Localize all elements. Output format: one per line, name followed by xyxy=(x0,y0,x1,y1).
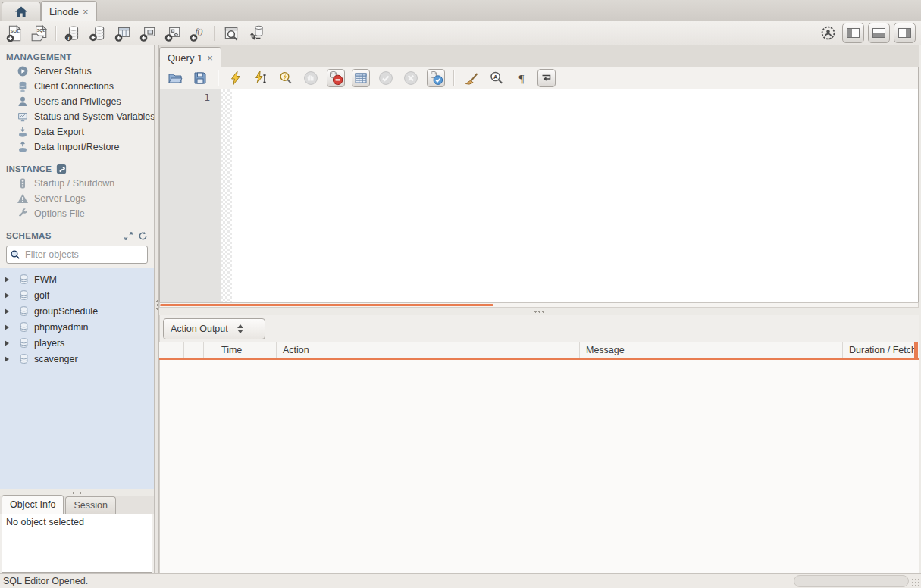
create-procedure-button[interactable] xyxy=(162,23,183,43)
schema-item-groupschedule[interactable]: groupSchedule xyxy=(0,303,154,319)
search-table-data-button[interactable] xyxy=(221,23,241,43)
toggle-invisible-characters-button[interactable]: ¶ xyxy=(512,69,531,87)
explain-plan-button[interactable] xyxy=(277,69,295,87)
column-status-icon[interactable] xyxy=(159,342,184,358)
schema-inspector-button[interactable]: i xyxy=(62,23,83,43)
export-icon xyxy=(17,126,29,138)
tab-object-info[interactable]: Object Info xyxy=(2,495,64,514)
tab-query-1[interactable]: Query 1 × xyxy=(159,47,221,67)
home-tab[interactable] xyxy=(2,2,41,21)
expander-icon[interactable] xyxy=(5,356,14,362)
expander-icon[interactable] xyxy=(5,292,14,299)
splitter-grip[interactable] xyxy=(71,491,83,495)
svg-text:¶: ¶ xyxy=(519,73,525,85)
splitter-grip[interactable] xyxy=(534,310,545,314)
launchpad-icon[interactable] xyxy=(818,23,838,43)
sidebar-item-status-system-variables[interactable]: Status and System Variables xyxy=(0,109,154,124)
schema-item-phpmyadmin[interactable]: phpmyadmin xyxy=(0,319,154,335)
create-schema-button[interactable] xyxy=(87,23,108,43)
object-info-text: No object selected xyxy=(6,517,84,527)
expander-icon[interactable] xyxy=(5,308,14,314)
svg-text:SQL: SQL xyxy=(36,28,45,33)
schema-item-fwm[interactable]: FWM xyxy=(0,271,154,287)
sidebar-item-data-export[interactable]: Data Export xyxy=(0,124,154,139)
main-toolbar: SQL SQL i f() xyxy=(0,21,921,45)
sidebar-item-data-import[interactable]: Data Import/Restore xyxy=(0,139,154,155)
find-button[interactable]: A xyxy=(487,69,506,87)
expander-icon[interactable] xyxy=(5,277,14,283)
open-sql-file-button[interactable] xyxy=(166,69,184,87)
output-vertical-scrollbar[interactable] xyxy=(914,342,918,360)
save-script-button[interactable] xyxy=(191,69,209,87)
rollback-button[interactable] xyxy=(402,69,420,87)
sidebar-item-users-privileges[interactable]: Users and Privileges xyxy=(0,94,154,109)
column-duration-fetch[interactable]: Duration / Fetch xyxy=(843,342,919,358)
sidebar-item-client-connections[interactable]: Client Connections xyxy=(0,79,154,94)
expand-schemas-icon[interactable] xyxy=(124,231,133,241)
limit-rows-button[interactable] xyxy=(352,69,370,87)
column-time[interactable]: Time xyxy=(204,342,277,358)
database-icon xyxy=(18,305,30,317)
sidebar-item-server-logs[interactable]: Server Logs xyxy=(0,191,154,206)
schema-tree: FWM golf groupSchedule phpmyadmin player xyxy=(0,268,154,489)
column-message[interactable]: Message xyxy=(580,342,843,358)
mysql-workbench-window: Linode × SQL SQL i f() xyxy=(0,0,921,588)
reconnect-dbms-button[interactable] xyxy=(246,23,266,43)
refresh-schemas-icon[interactable] xyxy=(138,231,148,241)
sidebar-item-startup-shutdown[interactable]: Startup / Shutdown xyxy=(0,176,154,191)
sql-text-area[interactable] xyxy=(232,89,918,302)
execute-script-button[interactable] xyxy=(227,69,245,87)
toolbar-separator xyxy=(55,26,56,41)
toggle-bottom-panel-button[interactable] xyxy=(868,23,890,43)
toggle-left-sidebar-button[interactable] xyxy=(842,23,864,43)
toggle-word-wrap-button[interactable] xyxy=(537,69,556,87)
spinner-icon xyxy=(237,324,243,333)
column-action[interactable]: Action xyxy=(277,342,580,358)
toggle-autocommit-button[interactable] xyxy=(427,69,445,87)
warning-triangle-icon xyxy=(17,192,29,205)
editor-horizontal-scrollbar[interactable] xyxy=(159,302,919,308)
new-sql-tab-button[interactable]: SQL xyxy=(4,23,24,43)
connection-tab-linode[interactable]: Linode × xyxy=(41,1,97,21)
expander-icon[interactable] xyxy=(5,324,14,330)
toggle-right-sidebar-button[interactable] xyxy=(894,23,916,43)
query-tab-close-icon[interactable]: × xyxy=(207,52,213,64)
create-view-button[interactable] xyxy=(137,23,158,43)
column-index[interactable] xyxy=(184,342,204,358)
line-number: 1 xyxy=(204,92,210,103)
filter-objects-box xyxy=(6,246,148,264)
create-table-button[interactable] xyxy=(112,23,133,43)
window-resize-grip[interactable] xyxy=(911,578,920,587)
info-tab-bar: Object Info Session xyxy=(0,496,154,514)
sidebar-splitter[interactable] xyxy=(154,45,159,573)
sql-editor[interactable]: 1 xyxy=(159,89,919,302)
output-table-header: Time Action Message Duration / Fetch xyxy=(159,342,919,360)
toggle-stop-on-error-button[interactable] xyxy=(327,69,345,87)
schema-item-players[interactable]: players xyxy=(0,335,154,351)
execute-current-statement-button[interactable] xyxy=(252,69,270,87)
query-tab-bar: Query 1 × xyxy=(159,45,919,67)
output-type-select[interactable]: Action Output xyxy=(163,318,265,339)
sidebar-item-options-file[interactable]: Options File xyxy=(0,206,154,221)
left-panel-icon xyxy=(847,28,860,38)
wrench-badge-icon[interactable] xyxy=(56,164,67,174)
status-text: SQL Editor Opened. xyxy=(3,576,88,586)
management-section-header: MANAGEMENT xyxy=(0,50,154,64)
output-splitter[interactable] xyxy=(159,308,919,315)
sidebar-item-server-status[interactable]: Server Status xyxy=(0,64,154,79)
output-type-label: Action Output xyxy=(171,324,228,334)
create-function-button[interactable]: f() xyxy=(187,23,208,43)
beautify-script-button[interactable] xyxy=(462,69,481,87)
scrollbar-thumb[interactable] xyxy=(160,304,493,306)
tab-session[interactable]: Session xyxy=(65,496,115,514)
open-sql-script-button[interactable]: SQL xyxy=(29,23,49,43)
schema-item-golf[interactable]: golf xyxy=(0,287,154,303)
stop-execution-button[interactable] xyxy=(302,69,320,87)
filter-objects-input[interactable] xyxy=(23,249,144,261)
expander-icon[interactable] xyxy=(5,340,14,346)
schema-item-scavenger[interactable]: scavenger xyxy=(0,351,154,367)
commit-button[interactable] xyxy=(377,69,395,87)
connection-tab-close-icon[interactable]: × xyxy=(83,6,89,17)
window-tab-strip: Linode × xyxy=(0,0,921,22)
database-icon xyxy=(18,353,30,364)
